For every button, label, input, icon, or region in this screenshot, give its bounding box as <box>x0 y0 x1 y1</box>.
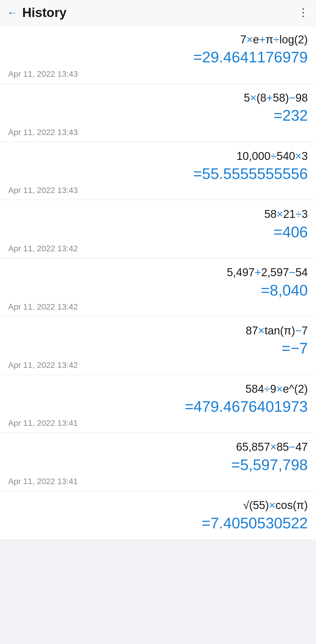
history-item[interactable]: 10,000÷540×3 =55.5555555556 Apr 11, 2022… <box>0 142 316 200</box>
history-item[interactable]: 584÷9×e^(2) =479.4676401973 Apr 11, 2022… <box>0 375 316 433</box>
page-title: History <box>22 5 67 20</box>
history-item[interactable]: 7×e+π÷log(2) =29.4641176979 Apr 11, 2022… <box>0 25 316 84</box>
result: =8,040 <box>8 281 308 299</box>
history-list: 7×e+π÷log(2) =29.4641176979 Apr 11, 2022… <box>0 25 316 540</box>
history-item[interactable]: 5,497+2,597−54 =8,040 Apr 11, 2022 13:42 <box>0 258 316 317</box>
timestamp: Apr 11, 2022 13:42 <box>8 361 308 370</box>
history-item[interactable]: 58×21÷3 =406 Apr 11, 2022 13:42 <box>0 200 316 258</box>
expression: 5×(8+58)−98 <box>8 91 308 105</box>
timestamp: Apr 11, 2022 13:43 <box>8 69 308 79</box>
history-item[interactable]: 5×(8+58)−98 =232 Apr 11, 2022 13:43 <box>0 84 316 142</box>
timestamp: Apr 11, 2022 13:43 <box>8 186 308 195</box>
result: =5,597,798 <box>8 456 308 474</box>
history-item[interactable]: 87×tan(π)−7 =−7 Apr 11, 2022 13:42 <box>0 317 316 375</box>
result: =406 <box>8 223 308 241</box>
expression: 87×tan(π)−7 <box>8 324 308 338</box>
more-options-button[interactable]: ⋮ <box>298 7 309 18</box>
timestamp: Apr 11, 2022 13:41 <box>8 418 308 428</box>
result: =7.4050530522 <box>8 514 308 532</box>
expression: 65,857×85−47 <box>8 440 308 454</box>
timestamp: Apr 11, 2022 13:42 <box>8 302 308 312</box>
result: =29.4641176979 <box>8 48 308 66</box>
result: =232 <box>8 106 308 124</box>
timestamp: Apr 11, 2022 13:41 <box>8 477 308 486</box>
expression: √(55)×cos(π) <box>8 498 308 513</box>
result: =55.5555555556 <box>8 165 308 183</box>
timestamp: Apr 11, 2022 13:43 <box>8 128 308 137</box>
header-left: ← History <box>7 5 67 20</box>
expression: 5,497+2,597−54 <box>8 265 308 280</box>
result: =−7 <box>8 339 308 357</box>
back-button[interactable]: ← <box>7 7 18 18</box>
expression: 584÷9×e^(2) <box>8 382 308 396</box>
app-header: ← History ⋮ <box>0 0 316 25</box>
expression: 10,000÷540×3 <box>8 149 308 163</box>
expression: 58×21÷3 <box>8 207 308 221</box>
timestamp: Apr 11, 2022 13:42 <box>8 244 308 253</box>
expression: 7×e+π÷log(2) <box>8 33 308 47</box>
result: =479.4676401973 <box>8 397 308 416</box>
history-item[interactable]: 65,857×85−47 =5,597,798 Apr 11, 2022 13:… <box>0 433 316 491</box>
history-item[interactable]: √(55)×cos(π) =7.4050530522 <box>0 491 316 540</box>
